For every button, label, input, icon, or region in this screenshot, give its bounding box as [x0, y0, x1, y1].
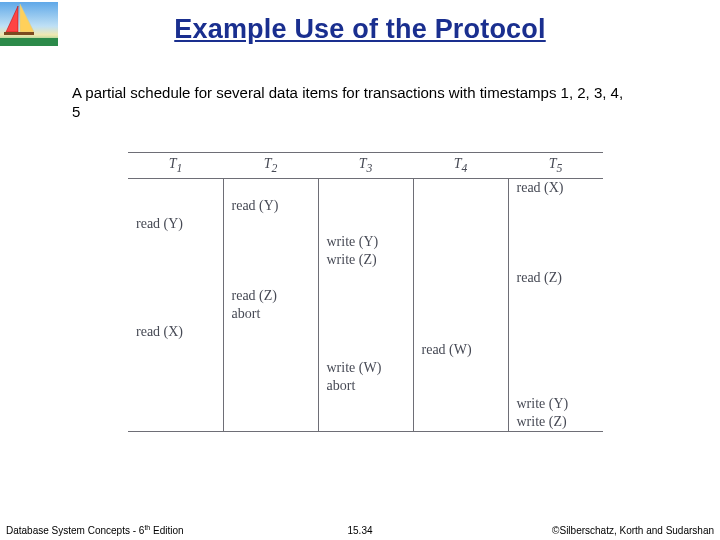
col-header-t2: T2: [223, 153, 318, 179]
table-cell: [413, 395, 508, 413]
table-cell: [128, 197, 223, 215]
table-cell: write (Z): [318, 251, 413, 269]
table-cell: [128, 233, 223, 251]
table-cell: [223, 323, 318, 341]
table-cell: [128, 359, 223, 377]
table-cell: [128, 269, 223, 287]
table-row: write (Y): [128, 233, 603, 251]
table-cell: [413, 287, 508, 305]
table-cell: [223, 377, 318, 395]
slide-title: Example Use of the Protocol: [0, 14, 720, 45]
table-cell: [318, 197, 413, 215]
table-cell: [413, 215, 508, 233]
table-cell: [318, 395, 413, 413]
table-cell: [318, 323, 413, 341]
table-cell: read (X): [508, 178, 603, 197]
table-cell: [128, 395, 223, 413]
table-cell: [128, 341, 223, 359]
table-cell: [223, 233, 318, 251]
table-cell: write (Y): [508, 395, 603, 413]
table-cell: [508, 359, 603, 377]
table-cell: read (Y): [223, 197, 318, 215]
table-cell: [223, 395, 318, 413]
table-cell: [508, 377, 603, 395]
table-cell: read (Y): [128, 215, 223, 233]
table-row: read (W): [128, 341, 603, 359]
table-cell: [413, 233, 508, 251]
table-cell: [413, 251, 508, 269]
footer-right: ©Silberschatz, Korth and Sudarshan: [552, 525, 714, 536]
table-cell: [223, 251, 318, 269]
table-cell: [318, 341, 413, 359]
table-cell: [318, 269, 413, 287]
table-cell: read (X): [128, 323, 223, 341]
table-cell: [413, 305, 508, 323]
table-row: read (Z): [128, 287, 603, 305]
table-cell: [223, 341, 318, 359]
table-cell: [508, 215, 603, 233]
table-row: read (X): [128, 323, 603, 341]
table-cell: [318, 178, 413, 197]
table-cell: [508, 197, 603, 215]
table-cell: [508, 341, 603, 359]
schedule-table: T1 T2 T3 T4 T5 read (X)read (Y)read (Y)w…: [128, 152, 603, 432]
table-cell: [413, 178, 508, 197]
table-cell: read (Z): [508, 269, 603, 287]
table-cell: write (Z): [508, 413, 603, 432]
table-cell: [413, 413, 508, 432]
table-cell: [508, 287, 603, 305]
table-row: write (W): [128, 359, 603, 377]
table-row: read (X): [128, 178, 603, 197]
table-cell: abort: [318, 377, 413, 395]
table-cell: [413, 359, 508, 377]
table-cell: write (W): [318, 359, 413, 377]
slide-description: A partial schedule for several data item…: [72, 84, 632, 122]
table-row: read (Y): [128, 215, 603, 233]
table-row: abort: [128, 377, 603, 395]
table-cell: [128, 377, 223, 395]
table-cell: [223, 269, 318, 287]
table-row: abort: [128, 305, 603, 323]
col-header-t5: T5: [508, 153, 603, 179]
table-cell: [508, 305, 603, 323]
table-cell: [413, 323, 508, 341]
table-cell: [413, 269, 508, 287]
col-header-t3: T3: [318, 153, 413, 179]
table-row: read (Z): [128, 269, 603, 287]
table-row: read (Y): [128, 197, 603, 215]
table-cell: [223, 359, 318, 377]
table-cell: [413, 197, 508, 215]
col-header-t1: T1: [128, 153, 223, 179]
table-cell: abort: [223, 305, 318, 323]
table-cell: [223, 178, 318, 197]
col-header-t4: T4: [413, 153, 508, 179]
table-cell: [128, 287, 223, 305]
table-cell: [128, 251, 223, 269]
table-cell: [318, 287, 413, 305]
table-cell: [318, 305, 413, 323]
table-cell: [128, 413, 223, 432]
table-row: write (Z): [128, 413, 603, 432]
table-row: write (Y): [128, 395, 603, 413]
schedule-table-container: T1 T2 T3 T4 T5 read (X)read (Y)read (Y)w…: [128, 152, 603, 432]
table-cell: [413, 377, 508, 395]
table-cell: [508, 251, 603, 269]
table-cell: [128, 305, 223, 323]
table-cell: [223, 215, 318, 233]
table-cell: [223, 413, 318, 432]
table-cell: [508, 323, 603, 341]
table-cell: [128, 178, 223, 197]
table-cell: read (W): [413, 341, 508, 359]
table-cell: write (Y): [318, 233, 413, 251]
table-cell: [508, 233, 603, 251]
table-cell: [318, 413, 413, 432]
table-cell: read (Z): [223, 287, 318, 305]
table-row: write (Z): [128, 251, 603, 269]
table-cell: [318, 215, 413, 233]
